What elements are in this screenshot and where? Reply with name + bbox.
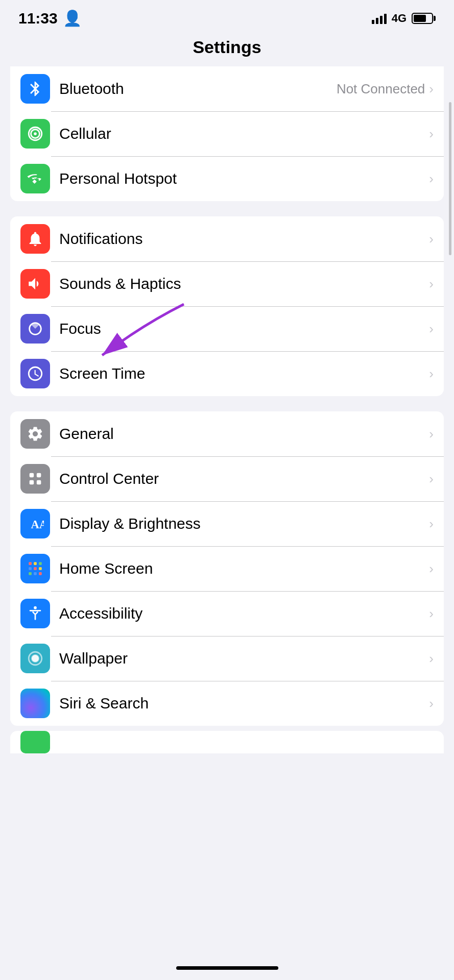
sounds-label: Sounds & Haptics [59, 275, 429, 292]
battery-fill [414, 15, 426, 22]
wallpaper-chevron: › [429, 651, 434, 667]
home-bar [176, 966, 278, 970]
homescreen-svg [27, 560, 44, 577]
wallpaper-svg [27, 650, 44, 667]
svg-point-1 [34, 132, 37, 135]
hotspot-icon [20, 164, 50, 193]
accessibility-row[interactable]: Accessibility › [10, 591, 444, 636]
next-row-partial [10, 731, 444, 753]
svg-rect-3 [30, 473, 34, 478]
hotspot-row[interactable]: Personal Hotspot › [10, 156, 444, 201]
siri-label: Siri & Search [59, 695, 429, 712]
svg-rect-12 [34, 567, 37, 570]
controlcenter-label: Control Center [59, 470, 429, 487]
general-chevron: › [429, 426, 434, 442]
svg-rect-8 [29, 562, 32, 565]
general-label: General [59, 425, 429, 443]
accessibility-svg [27, 605, 44, 622]
notifications-icon [20, 224, 50, 254]
svg-text:AA: AA [31, 518, 44, 531]
homescreen-row[interactable]: Home Screen › [10, 546, 444, 591]
svg-rect-6 [37, 480, 41, 485]
screentime-chevron: › [429, 366, 434, 382]
svg-rect-11 [29, 567, 32, 570]
general-group: General › Control Center › AA Display & … [10, 411, 444, 726]
bluetooth-value: Not Connected [337, 81, 425, 97]
bluetooth-svg [27, 80, 44, 97]
hotspot-label: Personal Hotspot [59, 170, 429, 187]
displaybrightness-icon: AA [20, 509, 50, 538]
displaybrightness-row[interactable]: AA Display & Brightness › [10, 501, 444, 546]
status-right-area: 4G [372, 12, 436, 25]
displaybrightness-label: Display & Brightness [59, 515, 429, 532]
siri-chevron: › [429, 696, 434, 712]
signal-icon [372, 13, 387, 24]
bluetooth-row[interactable]: Bluetooth Not Connected › [10, 66, 444, 111]
focus-icon [20, 314, 50, 344]
sounds-chevron: › [429, 276, 434, 292]
siri-row[interactable]: Siri & Search › [10, 681, 444, 726]
svg-rect-9 [34, 562, 37, 565]
homescreen-chevron: › [429, 561, 434, 577]
general-icon [20, 419, 50, 449]
controlcenter-chevron: › [429, 471, 434, 487]
signal-bar-1 [372, 20, 374, 24]
svg-rect-5 [30, 480, 34, 485]
person-icon: 👤 [63, 9, 82, 27]
wallpaper-icon [20, 644, 50, 673]
bluetooth-label: Bluetooth [59, 80, 337, 97]
bluetooth-icon [20, 74, 50, 104]
general-svg [27, 425, 44, 443]
hotspot-chevron: › [429, 171, 434, 187]
page-title-container: Settings [0, 32, 454, 66]
signal-bar-2 [376, 18, 378, 24]
wallpaper-label: Wallpaper [59, 650, 429, 667]
screentime-label: Screen Time [59, 365, 429, 382]
battery-tip [434, 16, 436, 21]
time-display: 11:33 [18, 10, 58, 27]
screentime-row[interactable]: Screen Time › [10, 351, 444, 396]
displaybrightness-chevron: › [429, 516, 434, 532]
wallpaper-row[interactable]: Wallpaper › [10, 636, 444, 681]
focus-label: Focus [59, 320, 429, 337]
siri-icon [20, 689, 50, 718]
notifications-svg [27, 230, 44, 248]
cellular-svg [27, 125, 44, 142]
cellular-icon [20, 119, 50, 149]
notifications-chevron: › [429, 231, 434, 247]
focus-svg [27, 320, 44, 337]
connectivity-group: Bluetooth Not Connected › Cellular › Per… [10, 66, 444, 201]
cellular-row[interactable]: Cellular › [10, 111, 444, 156]
controlcenter-row[interactable]: Control Center › [10, 456, 444, 501]
svg-rect-15 [34, 572, 37, 575]
svg-rect-16 [39, 572, 42, 575]
accessibility-chevron: › [429, 606, 434, 622]
controlcenter-icon [20, 464, 50, 494]
page-title: Settings [0, 37, 454, 57]
svg-rect-13 [39, 567, 42, 570]
sounds-row[interactable]: Sounds & Haptics › [10, 261, 444, 306]
scrollbar[interactable] [449, 102, 451, 255]
home-indicator-area [0, 959, 454, 980]
signal-bar-4 [384, 14, 387, 24]
status-bar: 11:33 👤 4G [0, 0, 454, 32]
bluetooth-chevron: › [429, 81, 434, 97]
general-row[interactable]: General › [10, 411, 444, 456]
screentime-svg [27, 365, 44, 382]
svg-rect-10 [39, 562, 42, 565]
network-type: 4G [392, 12, 407, 25]
status-time-area: 11:33 👤 [18, 9, 82, 27]
next-group-partial [10, 731, 444, 753]
notifications-label: Notifications [59, 230, 429, 248]
battery-body [412, 13, 433, 24]
focus-row[interactable]: Focus › [10, 306, 444, 351]
svg-rect-14 [29, 572, 32, 575]
displaybrightness-svg: AA [27, 515, 44, 532]
notifications-row[interactable]: Notifications › [10, 216, 444, 261]
homescreen-label: Home Screen [59, 560, 429, 577]
next-icon-partial [20, 731, 50, 753]
hotspot-svg [27, 170, 44, 187]
svg-point-17 [34, 606, 37, 609]
accessibility-icon [20, 599, 50, 628]
homescreen-icon [20, 554, 50, 583]
